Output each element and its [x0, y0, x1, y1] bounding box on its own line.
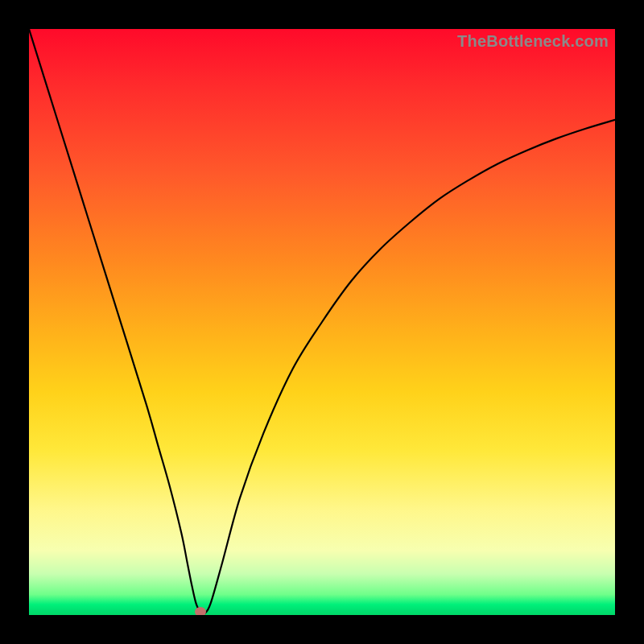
optimum-marker — [195, 607, 206, 615]
plot-area — [29, 29, 615, 615]
bottleneck-curve — [29, 29, 615, 615]
chart-frame: TheBottleneck.com — [0, 0, 644, 644]
curve-path — [29, 29, 615, 613]
watermark-text: TheBottleneck.com — [457, 32, 609, 51]
